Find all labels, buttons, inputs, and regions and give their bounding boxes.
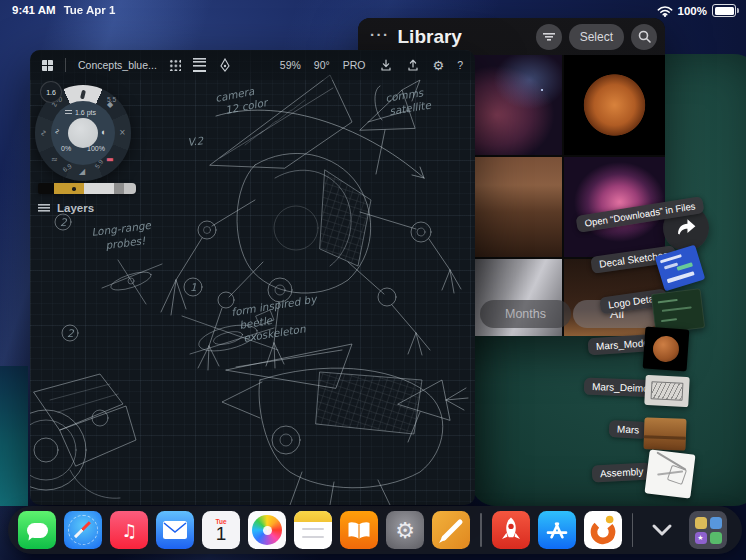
app-library-grid-icon: ★ — [695, 517, 722, 544]
search-button[interactable] — [631, 24, 657, 50]
dock-app-photos[interactable] — [248, 511, 286, 549]
calendar-day: 1 — [216, 525, 227, 543]
status-time: 9:41 AM — [12, 4, 56, 16]
swatch-light-gray[interactable] — [84, 183, 114, 194]
opacity-icon: ◐ — [101, 128, 106, 137]
rocket-icon — [493, 512, 529, 548]
tool-soft-pencil-icon[interactable]: ∿ — [39, 130, 47, 137]
music-note-icon: ♫ — [121, 520, 137, 541]
wallpaper-teal-edge — [0, 366, 28, 506]
dock-app-safari[interactable] — [64, 511, 102, 549]
note-beetle-1: form inspired by — [230, 292, 319, 319]
tool-pencil-icon[interactable]: × — [119, 129, 126, 137]
drag-thumb-mars-model[interactable] — [643, 327, 690, 372]
settings-gear-icon[interactable]: ⚙ — [433, 59, 445, 72]
ipad-screen: ··· Library Select Months All — [0, 0, 746, 560]
gallery-icon[interactable] — [42, 60, 53, 71]
segment-months[interactable]: Months — [480, 300, 571, 328]
marker-2a: 2 — [60, 216, 68, 228]
concepts-swirl-icon — [584, 511, 622, 549]
dock-app-rocket[interactable] — [492, 511, 530, 549]
dock-app-mail[interactable] — [156, 511, 194, 549]
wifi-icon — [657, 5, 673, 17]
tool-wheel[interactable]: ◆ × ▬ ◢ ≈ ∿ ∿ 7.0 5.5 6.9 5.9 1.6 pts ∿ … — [35, 85, 131, 181]
mail-envelope-icon — [162, 520, 188, 540]
concepts-window: camera 12 color comms satellite V.2 Long… — [30, 50, 475, 505]
opacity-min-label: 0% — [61, 145, 71, 152]
toolbar-divider — [65, 58, 66, 72]
safari-compass-icon — [68, 515, 98, 545]
pen-icon — [432, 511, 470, 549]
battery-percent: 100% — [678, 5, 707, 17]
swatch-gray[interactable] — [124, 183, 136, 194]
swatch-mid-gray[interactable] — [114, 183, 124, 194]
status-date: Tue Apr 1 — [64, 4, 116, 16]
dock-app-calendar[interactable]: Tue 1 — [202, 511, 240, 549]
tool-value: 5.5 — [107, 97, 116, 104]
dock-app-settings[interactable]: ⚙ — [386, 511, 424, 549]
stroke-lines-icon — [65, 110, 72, 115]
photo-mars-planet[interactable] — [564, 55, 665, 155]
dock-divider — [632, 513, 634, 547]
grid-menu-icon[interactable] — [169, 59, 181, 71]
tool-airbrush-icon[interactable]: ≈ — [51, 156, 58, 164]
battery-icon — [712, 4, 736, 17]
note-probes-2: probes! — [105, 234, 147, 252]
tool-marker-icon[interactable]: ◢ — [79, 168, 85, 176]
filter-button[interactable] — [536, 24, 562, 50]
layers-menu-icon — [38, 204, 50, 212]
chevron-down-icon — [650, 523, 674, 537]
window-controls-button[interactable]: ··· — [370, 26, 390, 43]
dock: ♫ Tue 1 ⚙ — [8, 506, 742, 554]
help-button[interactable]: ? — [457, 59, 463, 71]
dock-app-sketch-pen[interactable] — [432, 511, 470, 549]
layers-view-icon[interactable] — [193, 58, 206, 72]
size-badge: 1.6 — [40, 81, 62, 103]
zoom-level[interactable]: 59% — [280, 59, 301, 71]
dock-app-notes[interactable] — [294, 511, 332, 549]
dock-app-concepts[interactable] — [584, 511, 622, 549]
dock-app-library[interactable]: ★ — [689, 511, 727, 549]
pro-badge[interactable]: PRO — [343, 59, 366, 71]
notes-header-band — [294, 511, 332, 522]
rotation-value[interactable]: 90° — [314, 59, 330, 71]
drag-thumb-mars-deimos[interactable] — [644, 375, 690, 407]
layers-label: Layers — [57, 202, 94, 214]
photo-mars-hills[interactable] — [461, 157, 562, 257]
tool-eraser-icon[interactable]: ▬ — [106, 156, 114, 164]
messages-bubble-icon — [27, 523, 48, 538]
settings-gear-glyph: ⚙ — [395, 518, 415, 543]
color-swatch-bar[interactable] — [38, 183, 136, 194]
drag-label-assembly[interactable]: Assembly — [592, 462, 652, 482]
drawing-title[interactable]: Concepts_blue... — [78, 59, 157, 71]
dock-app-app-store[interactable] — [538, 511, 576, 549]
drag-thumb-mars[interactable] — [643, 417, 686, 450]
import-icon[interactable] — [379, 58, 393, 72]
select-button[interactable]: Select — [569, 24, 624, 50]
library-title: Library — [398, 26, 462, 48]
dock-app-messages[interactable] — [18, 511, 56, 549]
dock-app-books[interactable] — [340, 511, 378, 549]
tool-wheel-center[interactable] — [68, 118, 98, 148]
app-store-icon — [539, 512, 575, 548]
forward-arrow-icon — [673, 215, 699, 241]
photo-horsehead-nebula[interactable] — [461, 55, 562, 155]
dock-collapse-chevron[interactable] — [643, 511, 681, 549]
swatch-gold[interactable] — [54, 183, 84, 194]
swatch-black[interactable] — [38, 183, 54, 194]
note-version: V.2 — [187, 134, 206, 148]
status-bar: 9:41 AM Tue Apr 1 100% — [0, 0, 746, 20]
export-icon[interactable] — [406, 58, 420, 72]
pen-nib-icon[interactable] — [218, 58, 232, 72]
tool-wheel-inner[interactable]: 1.6 pts ∿ ◐ 0% 100% — [51, 101, 115, 165]
swatch-selection-dot — [72, 187, 76, 191]
layers-panel-toggle[interactable]: Layers — [38, 202, 94, 214]
marker-1: 1 — [190, 281, 197, 293]
marker-2b: 2 — [67, 327, 75, 339]
concepts-toolbar: Concepts_blue... 59% 90° PRO ⚙ ? — [30, 50, 475, 80]
dock-divider — [480, 513, 482, 547]
drag-thumb-assembly[interactable] — [644, 449, 695, 498]
filter-icon — [543, 33, 555, 41]
dock-app-music[interactable]: ♫ — [110, 511, 148, 549]
drag-label-mars[interactable]: Mars — [609, 420, 648, 439]
